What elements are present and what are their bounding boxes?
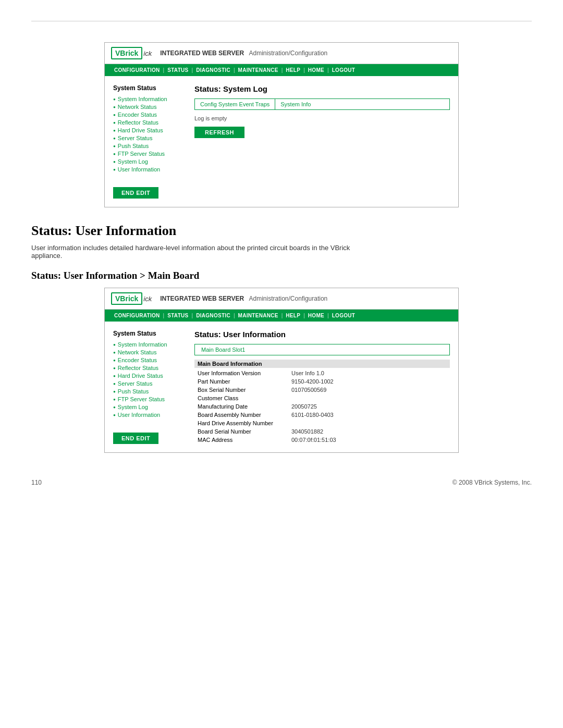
field-label: User Information Version (194, 369, 288, 377)
sidebar-link-hard-drive-status-1[interactable]: Hard Drive Status (118, 127, 163, 133)
info-table-body: User Information VersionUser Info 1.0Par… (194, 369, 450, 444)
sidebar-link-push-status-1[interactable]: Push Status (118, 143, 149, 149)
sidebar-link-encoder-status-1[interactable]: Encoder Status (118, 112, 157, 118)
sidebar-item-server-status-1[interactable]: ●Server Status (113, 135, 186, 141)
sidebar-link-server-status-2[interactable]: Server Status (118, 380, 153, 387)
sidebar-item-system-information-2[interactable]: ●System Information (113, 341, 186, 348)
field-value (288, 419, 450, 427)
bullet: ● (113, 144, 116, 149)
section-description-user-information: User information includes detailed hardw… (31, 244, 375, 260)
bullet: ● (113, 413, 116, 417)
sidebar-item-system-log-2[interactable]: ●System Log (113, 404, 186, 410)
bullet: ● (113, 342, 116, 347)
table-row: Box Serial Number01070500569 (194, 386, 450, 394)
sidebar-item-ftp-server-status-1[interactable]: ●FTP Server Status (113, 151, 186, 157)
bullet: ● (113, 97, 116, 102)
end-edit-button-2[interactable]: END EDIT (113, 433, 158, 444)
sidebar-item-system-log-1[interactable]: ●System Log (113, 158, 186, 165)
sidebar-item-encoder-status-2[interactable]: ●Encoder Status (113, 357, 186, 363)
nav-diagnostic-1[interactable]: DIAGNOSTIC (193, 66, 234, 74)
tab-config-system-event-traps[interactable]: Config System Event Traps (195, 99, 275, 109)
sidebar-title-2: System Status (113, 330, 186, 337)
nav-home-2[interactable]: HOME (305, 312, 327, 319)
sidebar-link-ftp-server-status-1[interactable]: FTP Server Status (118, 151, 165, 157)
sidebar-link-system-information-2[interactable]: System Information (118, 341, 167, 348)
sidebar-link-system-information-1[interactable]: System Information (118, 96, 167, 102)
sidebar-item-reflector-status-1[interactable]: ●Reflector Status (113, 119, 186, 126)
sidebar-link-network-status-2[interactable]: Network Status (118, 349, 157, 355)
sidebar-item-network-status-1[interactable]: ●Network Status (113, 104, 186, 110)
sidebar-link-encoder-status-2[interactable]: Encoder Status (118, 357, 157, 363)
field-value: User Info 1.0 (288, 369, 450, 377)
sidebar-link-reflector-status-1[interactable]: Reflector Status (118, 119, 158, 126)
table-row: User Information VersionUser Info 1.0 (194, 369, 450, 377)
sidebar-link-system-log-1[interactable]: System Log (118, 158, 148, 165)
nav-status-1[interactable]: STATUS (164, 66, 191, 74)
info-section-title: Main Board Information (194, 360, 450, 368)
panel-heading-1: Status: System Log (194, 84, 450, 93)
nav-maintenance-1[interactable]: MAINTENANCE (235, 66, 282, 74)
vbrick-logo-2: VBrick ick (111, 292, 152, 305)
refresh-button[interactable]: REFRESH (194, 127, 244, 138)
sidebar-link-server-status-1[interactable]: Server Status (118, 135, 153, 141)
sidebar-item-user-information-1[interactable]: ●User Information (113, 166, 186, 172)
sidebar-item-reflector-status-2[interactable]: ●Reflector Status (113, 365, 186, 371)
slot-main-board[interactable]: Main Board Slot1 (195, 344, 251, 355)
admin-config-1: Administration/Configuration (249, 50, 328, 57)
field-value: 3040501882 (288, 427, 450, 436)
sidebar-item-hard-drive-status-1[interactable]: ●Hard Drive Status (113, 127, 186, 133)
sidebar-item-hard-drive-status-2[interactable]: ●Hard Drive Status (113, 373, 186, 379)
sidebar-link-ftp-server-status-2[interactable]: FTP Server Status (118, 396, 165, 402)
table-row: Part Number9150-4200-1002 (194, 377, 450, 386)
main-panel-1: Status: System Log Config System Event T… (194, 84, 450, 199)
page-footer: 110 © 2008 VBrick Systems, Inc. (31, 474, 532, 486)
sidebar-link-user-information-1[interactable]: User Information (118, 166, 160, 172)
sidebar-item-encoder-status-1[interactable]: ●Encoder Status (113, 112, 186, 118)
vbrick-logo-1: VBrick ick (111, 47, 152, 59)
sidebar-1: System Status ●System Information ●Netwo… (113, 84, 186, 199)
logo-italic-1: ick (143, 50, 152, 57)
bullet: ● (113, 358, 116, 363)
end-edit-button-1[interactable]: END EDIT (113, 187, 158, 199)
nav-maintenance-2[interactable]: MAINTENANCE (235, 312, 282, 319)
nav-configuration-1[interactable]: CONFIGURATION (111, 66, 163, 74)
sidebar-link-hard-drive-status-2[interactable]: Hard Drive Status (118, 373, 163, 379)
info-table: User Information VersionUser Info 1.0Par… (194, 369, 450, 444)
field-label: Part Number (194, 377, 288, 386)
vbrick-header-2: VBrick ick INTEGRATED WEB SERVER Adminis… (105, 288, 458, 310)
sidebar-item-user-information-2[interactable]: ●User Information (113, 412, 186, 418)
sidebar-link-reflector-status-2[interactable]: Reflector Status (118, 365, 158, 371)
field-label: Manufacturing Date (194, 402, 288, 411)
nav-help-2[interactable]: HELP (283, 312, 303, 319)
nav-logout-2[interactable]: LOGOUT (329, 312, 359, 319)
sidebar-link-user-information-2[interactable]: User Information (118, 412, 160, 418)
tab-system-info[interactable]: System Info (275, 99, 316, 109)
sidebar-link-network-status-1[interactable]: Network Status (118, 104, 157, 110)
nav-bar-2: CONFIGURATION | STATUS | DIAGNOSTIC | MA… (105, 310, 458, 322)
slot-link-main-board[interactable]: Main Board Slot1 (201, 347, 245, 353)
sidebar-item-network-status-2[interactable]: ●Network Status (113, 349, 186, 355)
nav-configuration-2[interactable]: CONFIGURATION (111, 312, 163, 319)
nav-diagnostic-2[interactable]: DIAGNOSTIC (193, 312, 234, 319)
logo-italic-2: ick (143, 295, 152, 303)
sidebar-links-1: ●System Information ●Network Status ●Enc… (113, 96, 186, 172)
section-subheading-main-board: Status: User Information > Main Board (31, 270, 532, 281)
field-value: 00:07:0f:01:51:03 (288, 436, 450, 444)
bullet: ● (113, 136, 116, 141)
sidebar-link-push-status-2[interactable]: Push Status (118, 388, 149, 394)
sidebar-item-push-status-2[interactable]: ●Push Status (113, 388, 186, 394)
admin-config-2: Administration/Configuration (249, 295, 328, 302)
bullet: ● (113, 397, 116, 402)
nav-status-2[interactable]: STATUS (164, 312, 191, 319)
sidebar-item-system-information-1[interactable]: ●System Information (113, 96, 186, 102)
nav-help-1[interactable]: HELP (283, 66, 303, 74)
nav-home-1[interactable]: HOME (305, 66, 327, 74)
nav-logout-1[interactable]: LOGOUT (329, 66, 359, 74)
sidebar-link-system-log-2[interactable]: System Log (118, 404, 148, 410)
field-value (288, 394, 450, 402)
iws-label-1: INTEGRATED WEB SERVER (160, 50, 244, 57)
sidebar-item-server-status-2[interactable]: ●Server Status (113, 380, 186, 387)
page-number: 110 (31, 479, 42, 486)
sidebar-item-ftp-server-status-2[interactable]: ●FTP Server Status (113, 396, 186, 402)
sidebar-item-push-status-1[interactable]: ●Push Status (113, 143, 186, 149)
